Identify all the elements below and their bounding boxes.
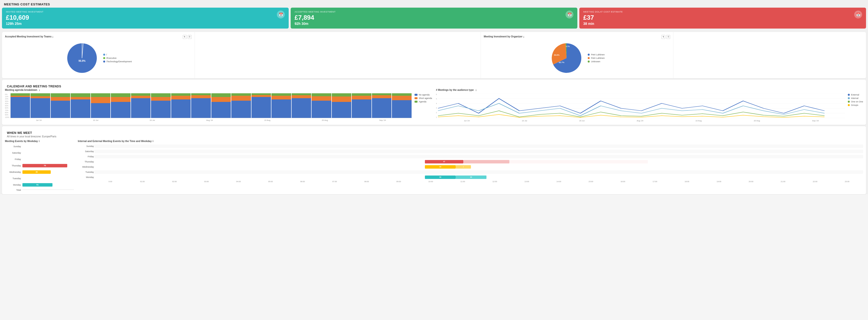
aud-dot-2 xyxy=(848,101,850,103)
legend-item-2: /Technology/Development xyxy=(103,60,132,63)
aud-legend-2: One on One xyxy=(848,100,863,103)
audience-info-icon[interactable]: i xyxy=(476,89,476,92)
bar-blue xyxy=(372,98,392,118)
aud-label-1: Internal xyxy=(851,97,858,99)
page-title: MEETING COST ESTIMATES xyxy=(0,0,868,8)
bar-orange xyxy=(171,96,191,99)
kpi-row: INVITED MEETING INVESTMENT £10,609 129h … xyxy=(0,8,868,31)
bar-orange xyxy=(71,97,90,99)
monday-label: Monday xyxy=(78,176,94,179)
agenda-bar-group xyxy=(91,93,111,118)
agenda-bar-group xyxy=(251,93,271,118)
svg-text:3.7%: 3.7% xyxy=(566,45,570,47)
legend-item-1: /Executive xyxy=(103,57,132,59)
hbar-label: Saturday xyxy=(5,152,21,154)
bar-green xyxy=(352,93,371,96)
agenda-bar-group xyxy=(291,93,311,118)
bar-green xyxy=(191,93,211,95)
when-title: WHEN WE MEET xyxy=(5,129,863,135)
bar-blue xyxy=(211,102,231,118)
bar-blue xyxy=(31,98,50,118)
bar-blue xyxy=(51,101,70,118)
kpi-value-accepted: £7,894 xyxy=(294,14,336,21)
weekday-hbar-row: Wednesday48 xyxy=(5,169,74,174)
bar-blue xyxy=(231,101,251,118)
weekday-hbar-row: Monday51 xyxy=(5,183,74,187)
bar-orange xyxy=(31,96,50,98)
bar-green xyxy=(312,93,331,96)
mon-cell-10: 30 xyxy=(425,175,456,179)
weekday-hbar-row: Friday xyxy=(5,157,74,162)
teams-filter-icon[interactable]: ⇅ xyxy=(183,35,187,39)
organizer-list-icon[interactable]: ☰ xyxy=(666,35,670,39)
heatmap-info-icon[interactable]: i xyxy=(153,140,153,142)
aud-label-2: One on One xyxy=(851,100,863,103)
heatmap-rows: Sunday Saturday Friday Thu xyxy=(78,144,863,183)
right-spacer-panel xyxy=(674,32,866,78)
aud-label-0: External xyxy=(851,94,859,96)
hbar-area: 48 xyxy=(23,170,74,174)
weekday-hbar-row: Thursday76 xyxy=(5,163,74,168)
thu-cell-10: 47 xyxy=(425,160,463,163)
hbar-label: Sunday xyxy=(5,145,21,148)
hbar-label: Thursday xyxy=(5,164,21,167)
wed-cell-11: 3 xyxy=(456,165,471,169)
kpi-icon-dolat: 📅 xyxy=(854,10,862,19)
bar-orange xyxy=(251,95,271,97)
kpi-sub-invited: 129h 25m xyxy=(6,22,43,26)
agenda-legend-2: Agenda xyxy=(414,100,432,103)
bar-orange xyxy=(151,97,171,101)
agenda-info-icon[interactable]: i xyxy=(39,89,40,92)
organizer-filter-icon[interactable]: ⇅ xyxy=(661,35,665,39)
friday-label: Friday xyxy=(78,155,94,158)
agenda-bar-group xyxy=(31,93,50,118)
bar-blue xyxy=(291,98,311,118)
agenda-title: Meeting agenda breakdown xyxy=(5,89,37,91)
org-legend-2: Unknown xyxy=(588,60,605,63)
calendar-section-title: CALENDAR AND MEETING TRENDS xyxy=(5,83,863,89)
thu-cell-11 xyxy=(463,160,509,163)
bar-orange xyxy=(51,97,70,101)
agenda-bar-group xyxy=(272,93,291,118)
bar-orange xyxy=(91,97,111,103)
agenda-bar-group xyxy=(392,93,411,118)
sunday-label: Sunday xyxy=(78,145,94,148)
agenda-legend-1: Short agenda xyxy=(414,97,432,99)
agenda-header: Meeting agenda breakdown i xyxy=(5,89,432,92)
audience-header: # Meetings by the audience type i xyxy=(436,89,863,92)
legend-label-0: / xyxy=(106,54,107,56)
agenda-legend-0: No agenda xyxy=(414,94,432,96)
weekday-info-icon[interactable]: i xyxy=(39,140,40,142)
kpi-value-dolat: £37 xyxy=(583,14,623,21)
bar-orange xyxy=(352,96,371,99)
kpi-card-dolat: MEETING DOLAT COST ESTIMATE £37 38 min 📅 xyxy=(579,8,866,29)
weekday-hbar-row: Tuesday xyxy=(5,176,74,181)
agenda-bar-group xyxy=(151,93,171,118)
weekday-chart-title: Meeting Events by Weekday i xyxy=(5,140,74,142)
kpi-card-accepted: ACCEPTED MEETING INVESTMENT £7,894 92h 3… xyxy=(291,8,577,29)
bar-green xyxy=(291,93,311,95)
agenda-legend-label-0: No agenda xyxy=(419,94,430,96)
org-legend-0: Petri Lahtinen xyxy=(588,54,605,56)
calendar-section: CALENDAR AND MEETING TRENDS Meeting agen… xyxy=(2,80,866,125)
organizer-info-icon[interactable]: i xyxy=(523,35,524,38)
weekday-axis xyxy=(23,190,74,190)
teams-legend: / /Executive /Technology/Development xyxy=(103,54,132,63)
legend-dot-1 xyxy=(103,57,105,59)
pie-charts-row: Accepted Meeting Investment by Teams i ⇅… xyxy=(2,32,866,78)
hbar-label: Monday xyxy=(5,184,21,186)
bar-orange xyxy=(372,95,392,98)
teams-list-icon[interactable]: ☰ xyxy=(188,35,192,39)
agenda-bar-group xyxy=(51,93,70,118)
kpi-label-invited: INVITED MEETING INVESTMENT xyxy=(6,10,43,13)
bar-blue xyxy=(111,102,130,118)
wednesday-cells: 33 3 xyxy=(94,165,863,169)
bar-orange xyxy=(392,96,411,100)
kpi-label-accepted: ACCEPTED MEETING INVESTMENT xyxy=(294,10,336,13)
organizer-pie-container: 62.7% 33.6% 3.7% Petri Lahtinen Petri La… xyxy=(484,41,671,75)
bar-blue xyxy=(392,100,411,118)
thursday-cells: 47 xyxy=(94,160,863,163)
org-dot-1 xyxy=(588,57,590,59)
teams-info-icon[interactable]: i xyxy=(53,35,53,38)
bar-green xyxy=(231,93,251,96)
